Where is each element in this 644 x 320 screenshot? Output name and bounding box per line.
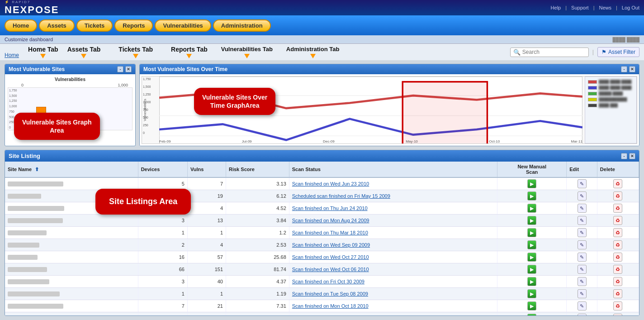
scan-link[interactable]: Scan finished on Wed Oct 27 2010 [292,254,369,260]
delete-button[interactable]: ♻ [613,204,622,213]
cell-new-scan: ▶ [497,215,567,227]
cell-site-name: ███████ ████ ████ [5,300,138,312]
delete-button[interactable]: ♻ [613,216,622,225]
mvs-minimize-icon[interactable]: - [117,66,123,72]
edit-button[interactable]: ✎ [578,301,587,310]
customize-label: Customize dashboard [5,37,53,42]
cell-risk: 4.37 [226,276,289,288]
scan-link[interactable]: Scan finished on Thu Jun 24 2010 [292,205,368,211]
mvot-close-icon[interactable]: ✕ [629,66,635,72]
scan-link[interactable]: Scan finished on Mon Oct 18 2010 [292,303,369,309]
help-link[interactable]: Help [551,5,561,10]
edit-button[interactable]: ✎ [578,179,587,188]
asset-filter-button[interactable]: ⚑ Asset Filter [597,47,639,57]
edit-button[interactable]: ✎ [578,253,587,262]
search-input[interactable] [522,49,586,55]
search-input-wrap: 🔍 [510,48,589,57]
new-scan-button[interactable]: ▶ [527,228,536,237]
cell-scan-status: Scan finished on Mon Aug 24 2009 [289,215,497,227]
cell-delete: ♻ [597,251,639,263]
cell-new-scan: ▶ [497,190,567,202]
delete-button[interactable]: ♻ [613,277,622,286]
new-scan-button[interactable]: ▶ [527,314,536,315]
site-listing-close-icon[interactable]: ✕ [629,153,635,159]
edit-button[interactable]: ✎ [578,216,587,225]
new-scan-button[interactable]: ▶ [527,204,536,213]
tab-assets[interactable]: Assets [39,19,75,32]
delete-button[interactable]: ♻ [613,179,622,188]
delete-button[interactable]: ♻ [613,191,622,201]
edit-button[interactable]: ✎ [578,228,587,237]
cell-site-name: ███ ████████ ████ [5,177,138,190]
search-area: 🔍 | ⚑ Asset Filter [510,47,639,57]
edit-button[interactable]: ✎ [578,204,587,213]
mvot-legend: ████ ████ ████ ████ ████ ████ █████ ████ [585,76,637,143]
delete-button[interactable]: ♻ [613,265,622,274]
cell-delete: ♻ [597,263,639,276]
edit-button[interactable]: ✎ [578,277,587,286]
site-listing-minimize-icon[interactable]: - [621,153,627,159]
new-scan-button[interactable]: ▶ [527,253,536,262]
mvs-close-icon[interactable]: ✕ [125,66,132,72]
cell-vulns: 19 [187,312,226,316]
breadcrumb-bar: Home Home Tab Assets Tab Tickets Tab Rep… [0,44,644,60]
new-scan-button[interactable]: ▶ [527,240,536,249]
scan-link[interactable]: Scan finished on Fri Oct 30 2009 [292,279,365,284]
delete-button[interactable]: ♻ [613,228,622,237]
home-breadcrumb[interactable]: Home [5,52,19,58]
rapid7-logo: ⚡ RAPID7 NEXPOSE [5,0,59,16]
scan-link[interactable]: Scan finished on Wed Oct 06 2010 [292,267,369,272]
edit-button[interactable]: ✎ [578,265,587,274]
scan-link[interactable]: Scheduled scan finished on Fri May 15 20… [292,193,390,199]
cell-new-scan: ▶ [497,202,567,215]
tab-tickets[interactable]: Tickets [76,19,113,32]
delete-button[interactable]: ♻ [613,253,622,262]
support-link[interactable]: Support [571,5,589,10]
new-scan-button[interactable]: ▶ [527,179,536,188]
cell-scan-status: Scan finished on Wed Oct 06 2010 [289,263,497,276]
edit-button[interactable]: ✎ [578,240,587,249]
tab-vulnerabilities[interactable]: Vulnerabilities [155,19,211,32]
table-row: ███████ 1 1 1.19 Scan finished on Tue Se… [5,288,639,300]
sort-icon[interactable]: ⬆ [35,167,39,172]
mvot-callout: Vulnerable Sites OverTime GraphArea [194,88,275,115]
new-scan-button[interactable]: ▶ [527,265,536,274]
mvot-widget: Most Vulnerable Sites Over Time - ✕ 1,75… [139,64,639,146]
new-scan-button[interactable]: ▶ [527,301,536,310]
news-link[interactable]: News [599,5,611,10]
scan-link[interactable]: Scan finished on Thu Mar 18 2010 [292,230,368,235]
edit-button[interactable]: ✎ [578,314,587,315]
mvs-axis-numbers: 0 1,000 [8,83,133,87]
delete-button[interactable]: ♻ [613,314,622,315]
logout-link[interactable]: Log Out [622,5,639,10]
edit-button[interactable]: ✎ [578,191,587,201]
scan-link[interactable]: Scan finished on Tue Sep 08 2009 [292,291,368,296]
col-risk-score: Risk Score [226,162,289,177]
new-scan-button[interactable]: ▶ [527,216,536,225]
cell-vulns: 1 [187,288,226,300]
scan-link[interactable]: Scan finished on Wed Jun 23 2010 [292,181,369,186]
cell-delete: ♻ [597,288,639,300]
new-scan-button[interactable]: ▶ [527,191,536,201]
scan-link[interactable]: Scan finished on Wed Sep 09 2009 [292,242,370,248]
cell-edit: ✎ [567,190,597,202]
new-scan-button[interactable]: ▶ [527,277,536,286]
tab-home[interactable]: Home [5,19,37,32]
cell-delete: ♻ [597,276,639,288]
tab-reports[interactable]: Reports [114,19,153,32]
scan-link[interactable]: Scan finished on Mon Aug 24 2009 [292,218,369,223]
cell-devices: 16 [138,251,187,263]
cell-risk: 1.2 [226,227,289,239]
delete-button[interactable]: ♻ [613,301,622,310]
tab-administration[interactable]: Administration [213,19,271,32]
cell-devices: 5 [138,177,187,190]
cell-risk: 3.84 [226,215,289,227]
site-listing-section: Site Listing - ✕ Site Name ⬆ Devices Vul… [5,150,639,316]
new-scan-button[interactable]: ▶ [527,289,536,298]
cell-risk: 1.19 [226,288,289,300]
edit-button[interactable]: ✎ [578,289,587,298]
widgets-row: Most Vulnerable Sites - ✕ Vulnerabilitie… [5,64,639,146]
delete-button[interactable]: ♻ [613,240,622,249]
mvot-minimize-icon[interactable]: - [621,66,627,72]
delete-button[interactable]: ♻ [613,289,622,298]
